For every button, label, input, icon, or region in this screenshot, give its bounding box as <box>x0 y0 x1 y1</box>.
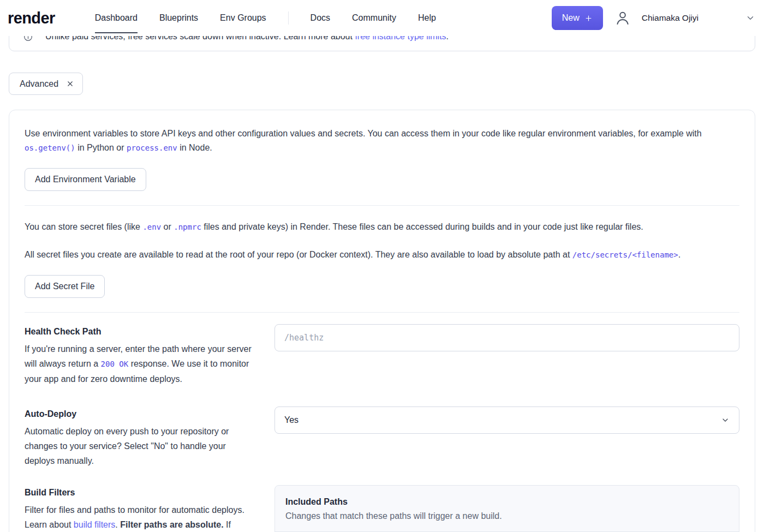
code-os-getenv: os.getenv() <box>25 144 75 152</box>
health-check-path-description: If you're running a server, enter the pa… <box>25 342 255 386</box>
code-process-env: process.env <box>127 144 177 152</box>
navbar-right: New Chiamaka Ojiyi <box>552 6 755 30</box>
chevron-down-icon <box>721 416 730 425</box>
included-paths-description: Changes that match these paths will trig… <box>285 511 729 521</box>
add-secret-file-button[interactable]: Add Secret File <box>25 275 105 298</box>
code-npmrc: .npmrc <box>174 223 201 231</box>
build-filters-row: Build Filters Filter for files and paths… <box>25 488 739 532</box>
build-filters-label: Build Filters <box>25 488 255 498</box>
auto-deploy-description: Automatic deploy on every push to your r… <box>25 424 255 468</box>
nav-item-community[interactable]: Community <box>352 0 396 36</box>
divider <box>25 312 739 313</box>
advanced-chip-label: Advanced <box>20 79 58 89</box>
secret-files-path-note: All secret files you create are availabl… <box>25 248 739 262</box>
render-logo[interactable]: render <box>8 9 55 27</box>
top-navbar: render Dashboard Blueprints Env Groups D… <box>0 0 764 36</box>
health-check-path-input[interactable] <box>274 324 739 351</box>
close-icon[interactable] <box>66 80 74 88</box>
plus-icon <box>584 14 593 22</box>
main-nav: Dashboard Blueprints Env Groups Docs Com… <box>95 0 436 36</box>
included-paths-panel: Included Paths Changes that match these … <box>274 485 739 532</box>
user-avatar-icon[interactable] <box>614 9 631 27</box>
env-vars-intro: Use environment variables to store API k… <box>25 127 739 155</box>
auto-deploy-row: Auto-Deploy Automatic deploy on every pu… <box>25 409 739 468</box>
new-button-label: New <box>562 13 580 23</box>
nav-item-help[interactable]: Help <box>418 0 436 36</box>
nav-item-env-groups[interactable]: Env Groups <box>220 0 266 36</box>
included-paths-title: Included Paths <box>285 497 729 507</box>
nav-divider <box>288 11 289 25</box>
auto-deploy-label: Auto-Deploy <box>25 409 255 419</box>
build-filters-link[interactable]: build filters <box>74 520 115 529</box>
new-button[interactable]: New <box>552 6 603 30</box>
add-environment-variable-button[interactable]: Add Environment Variable <box>25 168 146 191</box>
nav-item-dashboard[interactable]: Dashboard <box>95 0 138 36</box>
auto-deploy-select[interactable]: Yes <box>274 407 739 434</box>
nav-item-docs[interactable]: Docs <box>311 0 330 36</box>
auto-deploy-selected-value: Yes <box>284 415 299 425</box>
code-dot-env: .env <box>142 223 161 231</box>
user-menu-chevron-down-icon[interactable] <box>745 13 755 23</box>
health-check-path-row: Health Check Path If you're running a se… <box>25 327 739 386</box>
secret-files-intro: You can store secret files (like .env or… <box>25 220 739 234</box>
health-check-path-label: Health Check Path <box>25 327 255 337</box>
advanced-filter-chip[interactable]: Advanced <box>9 73 83 95</box>
user-name[interactable]: Chiamaka Ojiyi <box>642 13 699 23</box>
divider <box>25 205 739 206</box>
nav-item-blueprints[interactable]: Blueprints <box>159 0 198 36</box>
advanced-settings-card: Use environment variables to store API k… <box>9 110 755 532</box>
code-etc-secrets-path: /etc/secrets/<filename> <box>572 250 678 259</box>
build-filters-description: Filter for files and paths to monitor fo… <box>25 503 255 532</box>
code-200-ok: 200 OK <box>101 360 129 368</box>
filter-paths-absolute-note: Filter paths are absolute. <box>120 520 223 529</box>
